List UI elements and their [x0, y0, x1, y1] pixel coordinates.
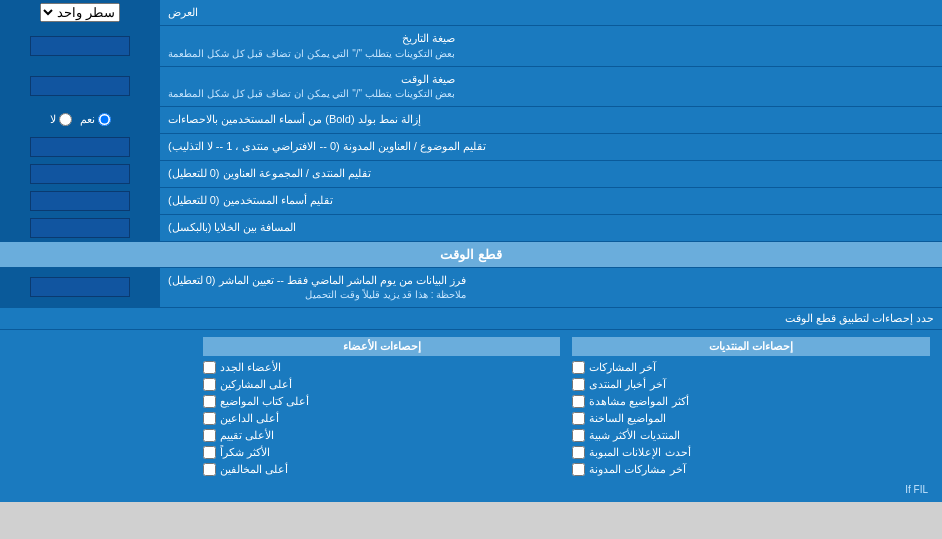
- checkbox-posts-4[interactable]: [572, 429, 585, 442]
- checkbox-item: أعلى الداعين: [203, 410, 561, 427]
- checkbox-item: آخر المشاركات: [572, 359, 930, 376]
- cell-spacing-label: المسافة بين الخلايا (بالبكسل): [160, 215, 942, 241]
- checkbox-item: المنتديات الأكثر شبية: [572, 427, 930, 444]
- cell-spacing-input[interactable]: 2: [30, 218, 130, 238]
- checkbox-members-0[interactable]: [203, 361, 216, 374]
- checkbox-members-3[interactable]: [203, 412, 216, 425]
- posts-stats-title: إحصاءات المنتديات: [572, 337, 930, 356]
- radio-yes[interactable]: [98, 113, 111, 126]
- checkbox-posts-6[interactable]: [572, 463, 585, 476]
- username-limit-label: تقليم أسماء المستخدمين (0 للتعطيل): [160, 188, 942, 214]
- members-stats-title: إحصاءات الأعضاء: [203, 337, 561, 356]
- time-format-label: صيغة الوقت بعض التكوينات يتطلب "/" التي …: [160, 67, 942, 106]
- empty-col: [6, 334, 197, 481]
- apply-time-cut-label: حدد إحصاءات لتطبيق قطع الوقت: [0, 308, 942, 330]
- topic-title-limit-label: تقليم الموضوع / العناوين المدونة (0 -- ا…: [160, 134, 942, 160]
- radio-no[interactable]: [59, 113, 72, 126]
- checkbox-posts-5[interactable]: [572, 446, 585, 459]
- forum-title-limit-label: تقليم المنتدى / المجموعة العناوين (0 للت…: [160, 161, 942, 187]
- date-format-input[interactable]: d-m: [30, 36, 130, 56]
- topic-title-limit-input[interactable]: 33: [30, 137, 130, 157]
- checkbox-posts-0[interactable]: [572, 361, 585, 374]
- radio-no-label[interactable]: لا: [50, 113, 72, 126]
- time-cut-section-header: قطع الوقت: [0, 242, 942, 268]
- checkbox-item: أعلى المشاركين: [203, 376, 561, 393]
- checkbox-item: أحدث الإعلانات المبوبة: [572, 444, 930, 461]
- checkbox-members-6[interactable]: [203, 463, 216, 476]
- checkbox-item: الأكثر شكراً: [203, 444, 561, 461]
- display-select[interactable]: سطر واحد: [40, 3, 120, 22]
- bottom-note: If FIL: [6, 481, 936, 498]
- posts-stats-col: إحصاءات المنتديات آخر المشاركات آخر أخبا…: [566, 334, 936, 481]
- checkbox-item: أعلى كتاب المواضيع: [203, 393, 561, 410]
- checkbox-item: آخر أخبار المنتدى: [572, 376, 930, 393]
- checkbox-posts-3[interactable]: [572, 412, 585, 425]
- members-stats-col: إحصاءات الأعضاء الأعضاء الجدد أعلى المشا…: [197, 334, 567, 481]
- time-format-input[interactable]: H:i: [30, 76, 130, 96]
- checkbox-item: الأعلى تقييم: [203, 427, 561, 444]
- time-cut-input[interactable]: 0: [30, 277, 130, 297]
- date-format-label: صيغة التاريخ بعض التكوينات يتطلب "/" الت…: [160, 26, 942, 65]
- checkbox-members-2[interactable]: [203, 395, 216, 408]
- section-label-display: العرض: [160, 0, 942, 25]
- checkbox-members-4[interactable]: [203, 429, 216, 442]
- checkbox-members-5[interactable]: [203, 446, 216, 459]
- checkbox-posts-1[interactable]: [572, 378, 585, 391]
- checkbox-item: الأعضاء الجدد: [203, 359, 561, 376]
- checkbox-item: أكثر المواضيع مشاهدة: [572, 393, 930, 410]
- username-limit-input[interactable]: 0: [30, 191, 130, 211]
- radio-yes-label[interactable]: نعم: [80, 113, 111, 126]
- bold-remove-label: إزالة نمط بولد (Bold) من أسماء المستخدمي…: [160, 107, 942, 132]
- checkbox-item: أعلى المخالفين: [203, 461, 561, 478]
- checkbox-item: المواضيع الساخنة: [572, 410, 930, 427]
- forum-title-limit-input[interactable]: 33: [30, 164, 130, 184]
- checkbox-members-1[interactable]: [203, 378, 216, 391]
- time-cut-label: فرز البيانات من يوم الماشر الماضي فقط --…: [160, 268, 942, 307]
- checkbox-posts-2[interactable]: [572, 395, 585, 408]
- checkbox-item: آخر مشاركات المدونة: [572, 461, 930, 478]
